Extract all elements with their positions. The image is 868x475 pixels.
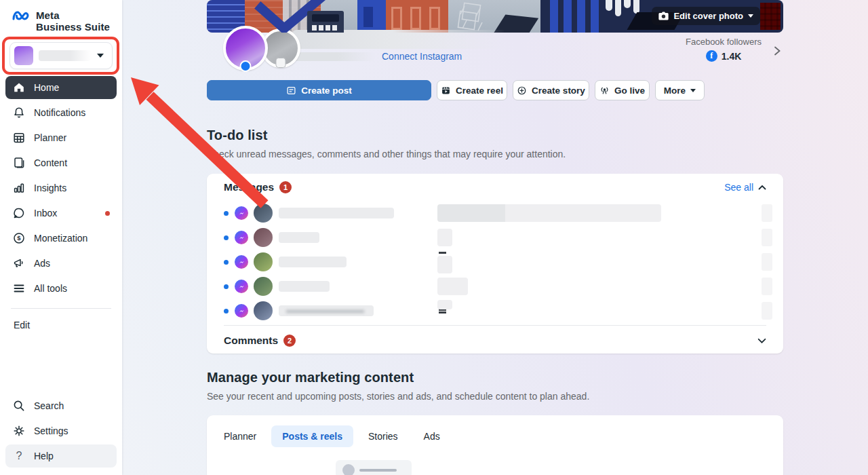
message-row[interactable]	[207, 225, 783, 250]
sender-avatar	[254, 277, 273, 296]
chevron-down-icon[interactable]	[757, 338, 766, 344]
create-story-button[interactable]: Create story	[513, 80, 589, 100]
sender-name-redacted	[279, 305, 374, 316]
cover-photo: Edit cover photo	[207, 0, 783, 33]
sender-name-redacted	[279, 208, 394, 218]
messages-label: Messages	[224, 181, 274, 193]
sidebar-item-help[interactable]: ? Help	[5, 444, 117, 468]
go-live-label: Go live	[614, 86, 645, 96]
marketing-tabs: Planner Posts & reels Stories Ads	[207, 415, 783, 447]
messenger-icon	[235, 255, 248, 269]
unread-dot	[224, 260, 229, 265]
camera-icon	[658, 12, 669, 20]
sidebar: Meta Business Suite Home Notifications P…	[0, 0, 122, 475]
pages-icon	[12, 156, 26, 170]
chevron-down-icon	[97, 54, 104, 58]
profile-strip: Connect Instagram Facebook followers f 1…	[207, 33, 783, 75]
tab-ads[interactable]: Ads	[424, 425, 440, 447]
reel-icon	[441, 86, 451, 96]
followers-count: 1.4K	[722, 51, 742, 62]
create-story-label: Create story	[532, 86, 585, 96]
facebook-badge-icon	[240, 60, 252, 72]
calendar-icon	[12, 131, 26, 145]
messenger-icon	[235, 304, 248, 318]
facebook-icon: f	[706, 50, 717, 62]
home-icon	[12, 81, 26, 94]
comments-count-badge: 2	[283, 335, 296, 347]
sidebar-item-label: Inbox	[34, 208, 57, 218]
sender-name-redacted	[279, 232, 319, 243]
create-reel-button[interactable]: Create reel	[437, 80, 507, 100]
gear-icon	[12, 424, 26, 438]
sender-avatar	[254, 228, 273, 247]
tab-stories[interactable]: Stories	[368, 425, 398, 447]
chat-bubble-icon	[12, 206, 26, 220]
message-row[interactable]	[207, 201, 783, 225]
sidebar-item-monetization[interactable]: $ Monetization	[5, 227, 117, 250]
unread-dot	[224, 309, 229, 314]
timestamp-redacted	[762, 278, 772, 295]
connect-instagram-link[interactable]: Connect Instagram	[382, 51, 462, 62]
sidebar-item-ads[interactable]: Ads	[5, 252, 117, 275]
page-handle-redacted	[292, 52, 375, 61]
svg-text:$: $	[17, 234, 21, 242]
sidebar-item-insights[interactable]: Insights	[5, 176, 117, 200]
create-post-button[interactable]: Create post	[207, 80, 431, 100]
sidebar-item-label: Help	[34, 451, 54, 461]
message-preview-redacted	[437, 300, 452, 309]
facebook-page-avatar[interactable]	[223, 26, 268, 71]
sidebar-item-label: Planner	[34, 132, 66, 143]
main-content: Edit cover photo Connect Instagram Faceb…	[207, 0, 783, 475]
sidebar-item-search[interactable]: Search	[5, 394, 117, 417]
followers-summary: Facebook followers f 1.4K	[686, 37, 762, 62]
comments-label: Comments	[224, 335, 278, 347]
sidebar-item-content[interactable]: Content	[5, 151, 117, 174]
sidebar-item-home[interactable]: Home	[5, 76, 117, 99]
more-label: More	[664, 86, 686, 96]
marketing-subtitle: See your recent and upcoming posts, stor…	[207, 391, 783, 402]
chevron-right-icon[interactable]	[771, 45, 783, 57]
meta-business-suite-logo: Meta Business Suite	[0, 0, 122, 33]
messages-count-badge: 1	[279, 181, 292, 193]
messages-header: Messages 1 See all	[207, 174, 783, 201]
messenger-icon	[235, 231, 248, 244]
sidebar-item-label: Home	[34, 82, 59, 93]
comments-section-toggle[interactable]: Comments 2	[207, 326, 783, 356]
tab-posts-reels[interactable]: Posts & reels	[271, 425, 353, 447]
todo-list-title: To-do list	[207, 128, 783, 143]
chevron-down-icon	[748, 14, 753, 18]
page-selector-dropdown[interactable]	[9, 42, 113, 69]
chevron-down-icon	[690, 89, 696, 92]
tab-planner[interactable]: Planner	[224, 425, 256, 447]
bar-chart-icon	[12, 181, 26, 195]
page-action-buttons: Create post Create reel Create story Go …	[207, 80, 783, 100]
sidebar-item-all-tools[interactable]: All tools	[5, 277, 117, 300]
skeleton-avatar	[342, 464, 355, 475]
cover-calculator-shape	[307, 11, 344, 33]
timestamp-redacted	[762, 253, 772, 271]
marketing-card: Planner Posts & reels Stories Ads	[207, 415, 783, 475]
edit-cover-photo-button[interactable]: Edit cover photo	[652, 7, 760, 25]
message-row[interactable]	[207, 299, 783, 323]
see-all-link[interactable]: See all	[724, 182, 766, 193]
message-preview-redacted	[437, 278, 468, 295]
message-preview-redacted	[437, 204, 661, 222]
message-row[interactable]	[207, 274, 783, 299]
sidebar-item-notifications[interactable]: Notifications	[5, 101, 117, 124]
page-name-redacted	[292, 30, 516, 49]
timestamp-redacted	[762, 204, 772, 222]
sidebar-item-inbox[interactable]: Inbox	[5, 202, 117, 225]
sidebar-edit-link[interactable]: Edit	[0, 316, 122, 335]
unread-dot	[224, 235, 229, 240]
go-live-button[interactable]: Go live	[595, 80, 650, 100]
message-row[interactable]	[207, 250, 783, 274]
sidebar-item-label: All tools	[34, 283, 67, 294]
create-reel-label: Create reel	[456, 86, 503, 96]
sidebar-item-settings[interactable]: Settings	[5, 419, 117, 442]
see-all-label: See all	[724, 182, 753, 193]
sidebar-item-planner[interactable]: Planner	[5, 126, 117, 149]
timestamp-redacted	[762, 302, 772, 320]
more-button[interactable]: More	[655, 80, 705, 100]
sidebar-item-label: Search	[34, 400, 64, 411]
message-preview-redacted	[437, 229, 452, 246]
